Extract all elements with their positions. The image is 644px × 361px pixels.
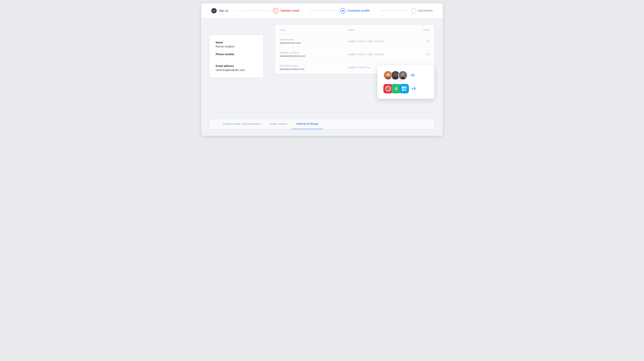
step-icon-add-friends: [411, 8, 416, 14]
profile-card: Name Ramon Hughes Phone number - Email a…: [210, 35, 263, 78]
header-tasks: Tasks: [416, 28, 430, 31]
tabs-container: Programmable communications Super networ…: [218, 119, 426, 129]
svg-point-10: [386, 86, 390, 91]
popup-card: +5 $: [377, 65, 434, 99]
active-dot-icon: [342, 10, 344, 12]
popup-avatar-row: +5: [384, 70, 428, 80]
svg-point-5: [394, 73, 397, 76]
stepper-item-sign-up: ✓ Sign up: [211, 8, 240, 14]
svg-point-3: [387, 73, 389, 76]
avatar-group: [384, 70, 408, 80]
microsoft-icon: [400, 84, 409, 94]
email-field: Email address ramonhughes@abc.com: [216, 64, 257, 72]
user-name-2: Adriana Lovelock: [280, 51, 348, 54]
tab-super-network[interactable]: Super network: [265, 119, 292, 129]
step-icon-complete-profile: [340, 8, 346, 14]
step-icon-validate-email: !: [273, 8, 278, 14]
step-label-sign-up: Sign up: [219, 9, 228, 12]
error-icon: !: [275, 9, 276, 12]
name-label: Name: [216, 41, 257, 44]
name-value: Ramon Hughes: [216, 45, 257, 48]
main-container: ✓ Sign up ! Validate email Complete prof…: [201, 3, 443, 136]
tab-internet-of-things[interactable]: Internet of things: [292, 119, 323, 129]
step-connector-3: [380, 10, 408, 11]
svg-rect-15: [402, 89, 404, 91]
popup-apps-row: $ +5: [384, 84, 428, 94]
table-header: User Skills Tasks: [275, 25, 434, 35]
email-label: Email address: [216, 64, 257, 68]
phone-label: Phone number: [216, 53, 257, 56]
skills-1: English, French, Sales, Spanish: [348, 40, 416, 42]
header-skills: Skills: [348, 28, 416, 31]
avatar-3: [398, 70, 408, 80]
user-name-3: Amanda Cutlack: [280, 64, 348, 67]
sendinblue-logo: $: [395, 86, 397, 91]
email-value: ramonhughes@abc.com: [216, 68, 257, 72]
svg-point-11: [387, 87, 388, 88]
phone-value: -: [216, 57, 257, 60]
bottom-card: Programmable communications Super networ…: [210, 119, 434, 129]
user-cell-2: Adriana Lovelock adriana@lovelock.com: [280, 51, 348, 57]
content-area: Name Ramon Hughes Phone number - Email a…: [201, 18, 443, 119]
stepper-item-complete-profile: Complete profile: [340, 8, 377, 14]
user-email-3: amanda@cutlack.com: [280, 68, 348, 70]
user-cell-3: Amanda Cutlack amanda@cutlack.com: [280, 64, 348, 70]
svg-point-8: [402, 73, 404, 76]
stepper-header: ✓ Sign up ! Validate email Complete prof…: [201, 3, 443, 18]
skills-2: English, French, Sales, Spanish: [348, 53, 416, 56]
svg-rect-13: [402, 86, 404, 88]
table-row[interactable]: Adam Brown adam@brown.com English, Frenc…: [275, 35, 434, 48]
user-email-1: adam@brown.com: [280, 42, 348, 44]
step-label-complete-profile: Complete profile: [348, 9, 370, 12]
user-name-1: Adam Brown: [280, 38, 348, 41]
twilio-logo: [385, 86, 391, 92]
user-email-2: adriana@lovelock.com: [280, 55, 348, 57]
svg-rect-14: [404, 86, 406, 88]
stepper-item-add-friends: Add friends: [411, 8, 433, 14]
step-label-add-friends: Add friends: [418, 9, 433, 12]
check-icon: ✓: [213, 9, 215, 12]
svg-rect-16: [404, 89, 406, 91]
header-user: User: [280, 28, 348, 31]
step-label-validate-email: Validate email: [280, 9, 299, 12]
microsoft-logo: [402, 86, 407, 92]
table-row[interactable]: Adriana Lovelock adriana@lovelock.com En…: [275, 48, 434, 61]
apps-plus-count: +5: [412, 86, 416, 91]
avatars-plus-count: +5: [410, 73, 414, 78]
app-icon-group: $: [384, 84, 409, 94]
step-connector-2: [309, 10, 338, 11]
step-connector-1: [242, 10, 270, 11]
tabs-bar: Programmable communications Super networ…: [210, 119, 434, 129]
step-icon-sign-up: ✓: [211, 8, 217, 14]
tasks-2: 28: [416, 53, 430, 56]
phone-field: Phone number -: [216, 53, 257, 60]
tasks-1: 35: [416, 40, 430, 42]
svg-point-12: [388, 89, 390, 90]
name-field: Name Ramon Hughes: [216, 41, 257, 48]
user-cell-1: Adam Brown adam@brown.com: [280, 38, 348, 44]
tab-programmable-communications[interactable]: Programmable communications: [218, 119, 265, 129]
stepper-item-validate-email: ! Validate email: [273, 8, 306, 14]
avatar-face-3: [399, 70, 407, 80]
